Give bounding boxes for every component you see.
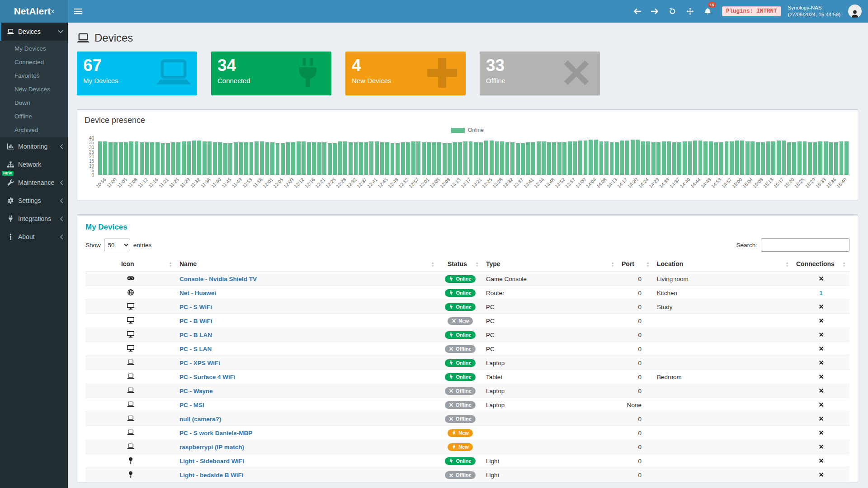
sidebar-subitem-archived[interactable]: Archived — [0, 123, 68, 136]
chevron-left-icon — [60, 180, 63, 185]
column-header-port[interactable]: Port▲▼ — [618, 256, 653, 272]
device-connections-cell — [793, 398, 849, 412]
device-name-link[interactable]: PC - XPS WiFi — [179, 360, 220, 366]
sidebar-item-monitoring[interactable]: Monitoring — [0, 137, 68, 155]
column-header-icon[interactable]: Icon▲▼ — [85, 256, 176, 272]
stat-card-connected[interactable]: 34Connected — [211, 52, 331, 95]
plug-icon — [449, 277, 453, 281]
move-icon — [686, 8, 694, 15]
device-connections-cell — [793, 272, 849, 286]
status-text: Online — [456, 291, 471, 296]
my-devices-panel: My Devices Show 50 entries Search: Icon▲… — [77, 214, 858, 483]
presence-bar-group — [787, 138, 796, 175]
device-name-link[interactable]: PC - S work Daniels-MBP — [179, 430, 252, 436]
sidebar-subitem-favorites[interactable]: Favorites — [0, 69, 68, 82]
device-name-link[interactable]: null (camera?) — [179, 416, 221, 422]
system-timestamp: (27/06/2024, 15:44:59) — [788, 11, 840, 18]
network-icon — [7, 161, 14, 168]
device-name-link[interactable]: PC - Surface 4 WiFi — [179, 374, 236, 380]
plugins-status-badge[interactable]: Plugins: INTRNT — [722, 6, 781, 16]
chart-legend[interactable]: Online — [77, 127, 858, 133]
device-name-cell: PC - S work Daniels-MBP — [176, 426, 438, 440]
top-navbar: NetAlertx 15 Plugins: INTRNT — [0, 0, 868, 23]
column-header-name[interactable]: Name▲▼ — [176, 256, 438, 272]
status-text: Online — [456, 305, 471, 310]
sidebar-item-about[interactable]: About — [0, 228, 68, 246]
device-name-link[interactable]: Light - Sideboard WiFi — [179, 458, 244, 465]
connections-count-link[interactable]: 1 — [819, 290, 823, 296]
y-axis-tick: 40 — [89, 136, 94, 141]
user-avatar[interactable] — [848, 5, 862, 18]
device-connections-cell — [793, 356, 849, 370]
device-status-cell: Online — [438, 370, 482, 384]
presence-bar — [641, 141, 645, 175]
nav-refresh-button[interactable] — [665, 0, 680, 23]
presence-bar-group — [484, 138, 493, 175]
nav-back-button[interactable] — [629, 0, 645, 23]
device-name-link[interactable]: PC - S LAN — [179, 346, 212, 352]
device-name-link[interactable]: PC - Wayne — [179, 388, 213, 394]
sidebar-subitem-new-devices[interactable]: New Devices — [0, 82, 68, 96]
notifications-button[interactable]: 15 — [700, 0, 715, 23]
column-header-status[interactable]: Status▲▼ — [438, 256, 482, 272]
sidebar-item-settings[interactable]: Settings — [0, 192, 68, 210]
presence-bar-group — [672, 138, 681, 175]
device-name-link[interactable]: PC - B LAN — [179, 332, 212, 338]
sidebar-item-maintenance[interactable]: MaintenanceNEW — [0, 174, 68, 192]
refresh-icon — [669, 8, 676, 15]
device-name-link[interactable]: PC - MSI — [179, 402, 204, 408]
desktop-icon — [127, 331, 134, 338]
presence-bar — [672, 142, 676, 175]
device-icon-cell — [85, 356, 176, 370]
device-status-cell: Offline — [438, 412, 482, 426]
presence-bar — [260, 141, 264, 175]
sidebar-subitem-my-devices[interactable]: My Devices — [0, 42, 68, 55]
device-port: 0 — [618, 370, 653, 384]
device-name-link[interactable]: Light - bedside B WiFi — [179, 472, 244, 479]
sort-icon: ▲▼ — [646, 261, 650, 267]
device-name-link[interactable]: PC - S WiFi — [179, 304, 212, 310]
stat-card-new-devices[interactable]: 4New Devices — [345, 52, 466, 95]
no-connections-icon — [819, 304, 824, 309]
device-name-link[interactable]: PC - B WiFi — [179, 318, 212, 324]
presence-bar — [505, 142, 509, 175]
presence-bar-group — [98, 138, 107, 175]
device-name-link[interactable]: Net - Huawei — [179, 290, 216, 296]
column-header-location[interactable]: Location▲▼ — [653, 256, 793, 272]
page-length-select[interactable]: 50 — [104, 239, 130, 251]
presence-bar-group — [505, 138, 514, 175]
search-label: Search: — [736, 242, 757, 249]
stat-card-offline[interactable]: 33Offline — [480, 52, 600, 95]
sort-icon: ▲▼ — [843, 261, 846, 267]
column-header-connections[interactable]: Connections▲▼ — [793, 256, 849, 272]
app-logo[interactable]: NetAlertx — [0, 0, 68, 23]
presence-bar-group — [244, 138, 253, 175]
column-header-type[interactable]: Type▲▼ — [482, 256, 618, 272]
nav-move-button[interactable] — [682, 0, 698, 23]
status-text: Online — [456, 333, 471, 338]
nav-forward-button[interactable] — [647, 0, 662, 23]
search-input[interactable] — [761, 238, 849, 252]
device-name-link[interactable]: Console - Nvidia Shield TV — [179, 276, 257, 282]
chevron-left-icon — [60, 216, 63, 221]
sidebar-item-devices[interactable]: Devices — [0, 23, 68, 41]
device-status-cell: Online — [438, 272, 482, 286]
presence-bar-group — [328, 138, 337, 175]
device-type: Laptop — [482, 384, 618, 398]
xmark-icon — [449, 347, 453, 351]
sidebar-item-integrations[interactable]: Integrations — [0, 210, 68, 228]
device-type — [482, 412, 618, 426]
device-name-cell: Net - Huawei — [176, 286, 438, 300]
device-name-link[interactable]: raspberrypi (IP match) — [179, 444, 244, 450]
y-axis-tick: 10 — [89, 163, 94, 168]
presence-bar — [385, 142, 389, 175]
sidebar-subitem-offline[interactable]: Offline — [0, 109, 68, 123]
sidebar-toggle-button[interactable] — [68, 0, 88, 23]
stat-card-my-devices[interactable]: 67My Devices — [77, 52, 197, 95]
no-connections-icon — [819, 332, 824, 337]
sidebar-subitem-down[interactable]: Down — [0, 96, 68, 109]
sort-icon: ▲▼ — [476, 261, 479, 267]
sidebar-subitem-connected[interactable]: Connected — [0, 55, 68, 69]
device-icon-cell — [85, 272, 176, 286]
presence-bar-group — [495, 138, 504, 175]
